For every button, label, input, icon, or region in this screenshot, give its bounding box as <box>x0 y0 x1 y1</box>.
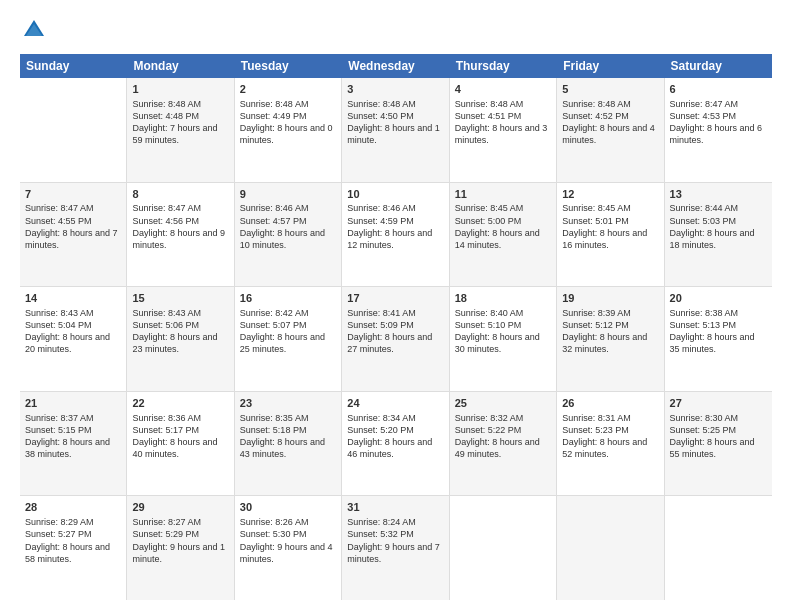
day-number: 6 <box>670 82 767 97</box>
cell-info: Sunrise: 8:47 AMSunset: 4:56 PMDaylight:… <box>132 202 228 251</box>
cell-info: Sunrise: 8:46 AMSunset: 4:57 PMDaylight:… <box>240 202 336 251</box>
cell-info: Sunrise: 8:24 AMSunset: 5:32 PMDaylight:… <box>347 516 443 565</box>
cell-info: Sunrise: 8:36 AMSunset: 5:17 PMDaylight:… <box>132 412 228 461</box>
calendar-cell: 14Sunrise: 8:43 AMSunset: 5:04 PMDayligh… <box>20 287 127 391</box>
cell-info: Sunrise: 8:39 AMSunset: 5:12 PMDaylight:… <box>562 307 658 356</box>
calendar-cell: 9Sunrise: 8:46 AMSunset: 4:57 PMDaylight… <box>235 183 342 287</box>
day-number: 18 <box>455 291 551 306</box>
cell-info: Sunrise: 8:37 AMSunset: 5:15 PMDaylight:… <box>25 412 121 461</box>
calendar-cell: 12Sunrise: 8:45 AMSunset: 5:01 PMDayligh… <box>557 183 664 287</box>
day-number: 23 <box>240 396 336 411</box>
calendar-row-1: 1Sunrise: 8:48 AMSunset: 4:48 PMDaylight… <box>20 78 772 183</box>
day-number: 14 <box>25 291 121 306</box>
cell-info: Sunrise: 8:45 AMSunset: 5:01 PMDaylight:… <box>562 202 658 251</box>
calendar-row-5: 28Sunrise: 8:29 AMSunset: 5:27 PMDayligh… <box>20 496 772 600</box>
weekday-header-thursday: Thursday <box>450 54 557 78</box>
calendar-cell: 5Sunrise: 8:48 AMSunset: 4:52 PMDaylight… <box>557 78 664 182</box>
day-number: 7 <box>25 187 121 202</box>
day-number: 11 <box>455 187 551 202</box>
cell-info: Sunrise: 8:26 AMSunset: 5:30 PMDaylight:… <box>240 516 336 565</box>
day-number: 3 <box>347 82 443 97</box>
logo <box>20 16 52 44</box>
cell-info: Sunrise: 8:42 AMSunset: 5:07 PMDaylight:… <box>240 307 336 356</box>
calendar-cell: 10Sunrise: 8:46 AMSunset: 4:59 PMDayligh… <box>342 183 449 287</box>
calendar-cell: 28Sunrise: 8:29 AMSunset: 5:27 PMDayligh… <box>20 496 127 600</box>
calendar-cell <box>557 496 664 600</box>
day-number: 5 <box>562 82 658 97</box>
calendar-cell: 20Sunrise: 8:38 AMSunset: 5:13 PMDayligh… <box>665 287 772 391</box>
weekday-header-sunday: Sunday <box>20 54 127 78</box>
day-number: 20 <box>670 291 767 306</box>
day-number: 8 <box>132 187 228 202</box>
calendar-cell: 7Sunrise: 8:47 AMSunset: 4:55 PMDaylight… <box>20 183 127 287</box>
calendar-cell: 2Sunrise: 8:48 AMSunset: 4:49 PMDaylight… <box>235 78 342 182</box>
day-number: 13 <box>670 187 767 202</box>
calendar-cell: 6Sunrise: 8:47 AMSunset: 4:53 PMDaylight… <box>665 78 772 182</box>
calendar-cell: 13Sunrise: 8:44 AMSunset: 5:03 PMDayligh… <box>665 183 772 287</box>
cell-info: Sunrise: 8:48 AMSunset: 4:48 PMDaylight:… <box>132 98 228 147</box>
calendar-cell: 25Sunrise: 8:32 AMSunset: 5:22 PMDayligh… <box>450 392 557 496</box>
calendar-cell: 1Sunrise: 8:48 AMSunset: 4:48 PMDaylight… <box>127 78 234 182</box>
cell-info: Sunrise: 8:47 AMSunset: 4:55 PMDaylight:… <box>25 202 121 251</box>
calendar-cell: 19Sunrise: 8:39 AMSunset: 5:12 PMDayligh… <box>557 287 664 391</box>
cell-info: Sunrise: 8:40 AMSunset: 5:10 PMDaylight:… <box>455 307 551 356</box>
cell-info: Sunrise: 8:43 AMSunset: 5:06 PMDaylight:… <box>132 307 228 356</box>
day-number: 15 <box>132 291 228 306</box>
cell-info: Sunrise: 8:29 AMSunset: 5:27 PMDaylight:… <box>25 516 121 565</box>
calendar-cell: 29Sunrise: 8:27 AMSunset: 5:29 PMDayligh… <box>127 496 234 600</box>
day-number: 4 <box>455 82 551 97</box>
cell-info: Sunrise: 8:48 AMSunset: 4:49 PMDaylight:… <box>240 98 336 147</box>
calendar-row-4: 21Sunrise: 8:37 AMSunset: 5:15 PMDayligh… <box>20 392 772 497</box>
page-header <box>20 16 772 44</box>
day-number: 29 <box>132 500 228 515</box>
calendar-header: SundayMondayTuesdayWednesdayThursdayFrid… <box>20 54 772 78</box>
cell-info: Sunrise: 8:35 AMSunset: 5:18 PMDaylight:… <box>240 412 336 461</box>
cell-info: Sunrise: 8:47 AMSunset: 4:53 PMDaylight:… <box>670 98 767 147</box>
day-number: 10 <box>347 187 443 202</box>
cell-info: Sunrise: 8:45 AMSunset: 5:00 PMDaylight:… <box>455 202 551 251</box>
cell-info: Sunrise: 8:48 AMSunset: 4:50 PMDaylight:… <box>347 98 443 147</box>
calendar-cell: 23Sunrise: 8:35 AMSunset: 5:18 PMDayligh… <box>235 392 342 496</box>
day-number: 19 <box>562 291 658 306</box>
day-number: 16 <box>240 291 336 306</box>
logo-icon <box>20 16 48 44</box>
calendar-cell <box>450 496 557 600</box>
day-number: 25 <box>455 396 551 411</box>
weekday-header-tuesday: Tuesday <box>235 54 342 78</box>
calendar-cell: 11Sunrise: 8:45 AMSunset: 5:00 PMDayligh… <box>450 183 557 287</box>
cell-info: Sunrise: 8:48 AMSunset: 4:51 PMDaylight:… <box>455 98 551 147</box>
day-number: 9 <box>240 187 336 202</box>
cell-info: Sunrise: 8:34 AMSunset: 5:20 PMDaylight:… <box>347 412 443 461</box>
cell-info: Sunrise: 8:30 AMSunset: 5:25 PMDaylight:… <box>670 412 767 461</box>
calendar-cell: 22Sunrise: 8:36 AMSunset: 5:17 PMDayligh… <box>127 392 234 496</box>
calendar-cell: 17Sunrise: 8:41 AMSunset: 5:09 PMDayligh… <box>342 287 449 391</box>
calendar-cell <box>20 78 127 182</box>
calendar-cell: 8Sunrise: 8:47 AMSunset: 4:56 PMDaylight… <box>127 183 234 287</box>
cell-info: Sunrise: 8:44 AMSunset: 5:03 PMDaylight:… <box>670 202 767 251</box>
calendar-cell: 24Sunrise: 8:34 AMSunset: 5:20 PMDayligh… <box>342 392 449 496</box>
calendar-cell: 4Sunrise: 8:48 AMSunset: 4:51 PMDaylight… <box>450 78 557 182</box>
weekday-header-monday: Monday <box>127 54 234 78</box>
day-number: 30 <box>240 500 336 515</box>
day-number: 2 <box>240 82 336 97</box>
cell-info: Sunrise: 8:27 AMSunset: 5:29 PMDaylight:… <box>132 516 228 565</box>
weekday-header-saturday: Saturday <box>665 54 772 78</box>
day-number: 24 <box>347 396 443 411</box>
day-number: 27 <box>670 396 767 411</box>
calendar-cell: 30Sunrise: 8:26 AMSunset: 5:30 PMDayligh… <box>235 496 342 600</box>
day-number: 26 <box>562 396 658 411</box>
day-number: 17 <box>347 291 443 306</box>
weekday-header-wednesday: Wednesday <box>342 54 449 78</box>
cell-info: Sunrise: 8:43 AMSunset: 5:04 PMDaylight:… <box>25 307 121 356</box>
calendar-cell: 27Sunrise: 8:30 AMSunset: 5:25 PMDayligh… <box>665 392 772 496</box>
cell-info: Sunrise: 8:41 AMSunset: 5:09 PMDaylight:… <box>347 307 443 356</box>
calendar-row-2: 7Sunrise: 8:47 AMSunset: 4:55 PMDaylight… <box>20 183 772 288</box>
calendar-page: SundayMondayTuesdayWednesdayThursdayFrid… <box>0 0 792 612</box>
day-number: 28 <box>25 500 121 515</box>
calendar-cell: 31Sunrise: 8:24 AMSunset: 5:32 PMDayligh… <box>342 496 449 600</box>
weekday-header-friday: Friday <box>557 54 664 78</box>
day-number: 21 <box>25 396 121 411</box>
day-number: 12 <box>562 187 658 202</box>
calendar-cell: 21Sunrise: 8:37 AMSunset: 5:15 PMDayligh… <box>20 392 127 496</box>
calendar-cell: 15Sunrise: 8:43 AMSunset: 5:06 PMDayligh… <box>127 287 234 391</box>
